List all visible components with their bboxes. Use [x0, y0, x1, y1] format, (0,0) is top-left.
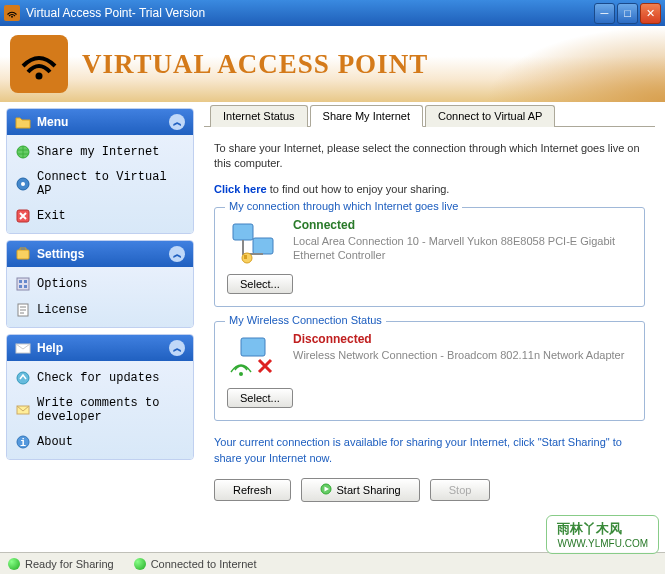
sidebar-item-label: Write comments to developer	[37, 396, 185, 424]
envelope-icon	[15, 341, 31, 355]
sidebar-item-label: Share my Internet	[37, 145, 159, 159]
stop-button: Stop	[430, 479, 491, 501]
svg-point-1	[36, 73, 43, 80]
mail-icon	[15, 402, 31, 418]
svg-rect-6	[17, 250, 29, 259]
sidebar-item-updates[interactable]: Check for updates	[9, 365, 191, 391]
exit-icon	[15, 208, 31, 224]
svg-point-0	[11, 16, 13, 18]
help-panel-header[interactable]: Help ︽	[7, 335, 193, 361]
conn1-status: Connected	[293, 218, 632, 232]
network-icon	[227, 218, 279, 266]
folder-icon	[15, 115, 31, 129]
collapse-icon[interactable]: ︽	[169, 114, 185, 130]
status-connected: Connected to Internet	[134, 558, 257, 570]
sidebar-item-label: Exit	[37, 209, 66, 223]
settings-panel-header[interactable]: Settings ︽	[7, 241, 193, 267]
settings-panel: Settings ︽ Options License	[6, 240, 194, 328]
about-icon: i	[15, 434, 31, 450]
logo-icon	[10, 35, 68, 93]
close-button[interactable]: ✕	[640, 3, 661, 24]
collapse-icon[interactable]: ︽	[169, 340, 185, 356]
wireless-icon	[227, 332, 279, 380]
main-content: Internet Status Share My Internet Connec…	[200, 102, 665, 552]
status-dot-icon	[8, 558, 20, 570]
wireless-connection-group: My Wireless Connection Status Disconnect…	[214, 321, 645, 421]
wifi-connect-icon	[15, 176, 31, 192]
sidebar-item-share[interactable]: Share my Internet	[9, 139, 191, 165]
watermark-main: 雨林丫木风	[557, 520, 648, 538]
menu-panel-header[interactable]: Menu ︽	[7, 109, 193, 135]
conn2-status: Disconnected	[293, 332, 632, 346]
svg-rect-10	[19, 285, 22, 288]
svg-rect-18	[233, 224, 253, 240]
status-connected-text: Connected to Internet	[151, 558, 257, 570]
svg-text:i: i	[20, 438, 26, 449]
footer-note: Your current connection is available for…	[214, 435, 645, 466]
watermark-url: WWW.YLMFU.COM	[557, 538, 648, 549]
svg-rect-7	[17, 278, 29, 290]
status-ready-text: Ready for Sharing	[25, 558, 114, 570]
tab-share-internet[interactable]: Share My Internet	[310, 105, 423, 127]
tab-internet-status[interactable]: Internet Status	[210, 105, 308, 127]
internet-connection-group: My connection through which Internet goe…	[214, 207, 645, 307]
click-here-link[interactable]: Click here	[214, 183, 267, 195]
svg-rect-11	[24, 285, 27, 288]
minimize-button[interactable]: ─	[594, 3, 615, 24]
svg-point-4	[21, 182, 25, 186]
svg-point-23	[239, 372, 243, 376]
updates-icon	[15, 370, 31, 386]
status-ready: Ready for Sharing	[8, 558, 114, 570]
sidebar-item-about[interactable]: i About	[9, 429, 191, 455]
globe-icon	[15, 144, 31, 160]
start-label: Start Sharing	[337, 484, 401, 496]
intro-text: To share your Internet, please select th…	[214, 141, 645, 172]
settings-title: Settings	[37, 247, 169, 261]
help-panel: Help ︽ Check for updates Write comments …	[6, 334, 194, 460]
maximize-button[interactable]: □	[617, 3, 638, 24]
conn2-desc: Wireless Network Connection - Broadcom 8…	[293, 348, 632, 362]
start-sharing-button[interactable]: Start Sharing	[301, 478, 420, 502]
app-icon	[4, 5, 20, 21]
help-line-rest: to find out how to enjoy your sharing.	[267, 183, 450, 195]
select-wireless-button[interactable]: Select...	[227, 388, 293, 408]
tab-connect-ap[interactable]: Connect to Virtual AP	[425, 105, 555, 127]
conn1-legend: My connection through which Internet goe…	[225, 200, 462, 212]
refresh-button[interactable]: Refresh	[214, 479, 291, 501]
sidebar-item-exit[interactable]: Exit	[9, 203, 191, 229]
app-header: VIRTUAL ACCESS POINT	[0, 26, 665, 102]
tabs: Internet Status Share My Internet Connec…	[204, 104, 655, 127]
status-dot-icon	[134, 558, 146, 570]
sidebar-item-label: About	[37, 435, 73, 449]
titlebar: Virtual Access Point- Trial Version ─ □ …	[0, 0, 665, 26]
window-title: Virtual Access Point- Trial Version	[26, 6, 594, 20]
sidebar-item-license[interactable]: License	[9, 297, 191, 323]
sidebar: Menu ︽ Share my Internet Connect to Virt…	[0, 102, 200, 552]
svg-rect-9	[24, 280, 27, 283]
svg-rect-21	[244, 255, 247, 259]
svg-rect-22	[241, 338, 265, 356]
menu-panel: Menu ︽ Share my Internet Connect to Virt…	[6, 108, 194, 234]
statusbar: Ready for Sharing Connected to Internet	[0, 552, 665, 574]
sidebar-item-comments[interactable]: Write comments to developer	[9, 391, 191, 429]
menu-title: Menu	[37, 115, 169, 129]
sidebar-item-label: Check for updates	[37, 371, 159, 385]
play-icon	[320, 483, 332, 497]
conn1-desc: Local Area Connection 10 - Marvell Yukon…	[293, 234, 632, 263]
license-icon	[15, 302, 31, 318]
sidebar-item-connect[interactable]: Connect to Virtual AP	[9, 165, 191, 203]
svg-rect-19	[253, 238, 273, 254]
sidebar-item-label: Connect to Virtual AP	[37, 170, 185, 198]
collapse-icon[interactable]: ︽	[169, 246, 185, 262]
svg-rect-8	[19, 280, 22, 283]
sidebar-item-label: Options	[37, 277, 87, 291]
tools-icon	[15, 247, 31, 261]
help-line: Click here to find out how to enjoy your…	[214, 182, 645, 197]
select-internet-button[interactable]: Select...	[227, 274, 293, 294]
watermark: 雨林丫木风 WWW.YLMFU.COM	[546, 515, 659, 554]
options-icon	[15, 276, 31, 292]
sidebar-item-options[interactable]: Options	[9, 271, 191, 297]
help-title: Help	[37, 341, 169, 355]
logo-text: VIRTUAL ACCESS POINT	[82, 49, 428, 80]
conn2-legend: My Wireless Connection Status	[225, 314, 386, 326]
